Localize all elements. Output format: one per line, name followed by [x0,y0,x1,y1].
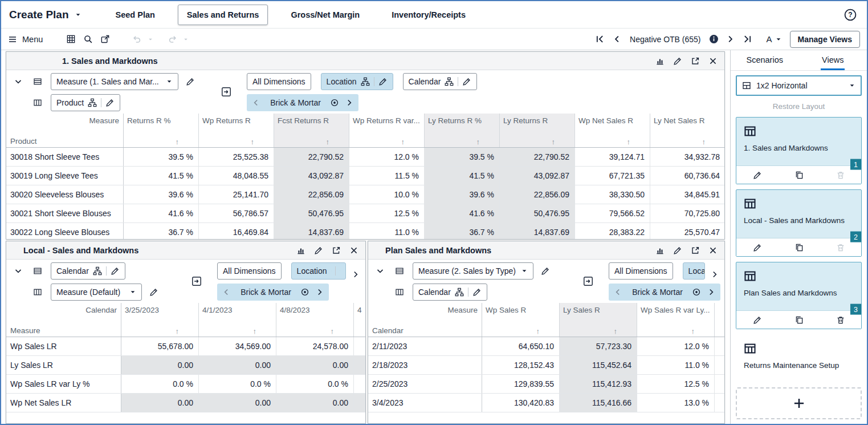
sort-ascending-icon[interactable]: ↑ [326,138,346,145]
columns-measure-dropdown[interactable]: Measure (Default) [51,284,142,301]
product-dimension-button[interactable]: Product [51,94,120,111]
table-cell[interactable]: 48,048.55 [199,167,274,185]
edit-view-button[interactable] [670,54,686,68]
table-cell[interactable]: 41.6 % [425,204,500,222]
table-cell[interactable]: 14,837.69 [500,223,575,239]
table-cell[interactable]: 0.00 [199,356,276,374]
table-cell[interactable]: 56,786.57 [199,204,274,222]
row-header[interactable]: 3/4/2023 [368,394,482,412]
table-cell[interactable]: 22,856.09 [500,185,575,204]
table-cell[interactable]: 12.5 % [349,204,425,222]
table-cell[interactable]: 0.00 [276,356,354,374]
target-icon[interactable] [330,98,339,107]
table-cell[interactable]: 11.5 % [349,167,425,185]
column-header[interactable]: Wp Sales R var Ly...↑ [637,303,715,337]
previous-alert-button[interactable] [608,31,625,48]
next-alert-button[interactable] [722,31,739,48]
table-cell[interactable]: 70,725.80 [650,204,724,222]
help-button[interactable] [842,6,859,23]
tab-scenarios[interactable]: Scenarios [731,50,799,70]
column-header[interactable]: Wp Net Sales R↑ [575,114,650,147]
table-cell[interactable]: 43,092.87 [500,167,575,185]
calendar-dimension-button[interactable]: Calendar [51,262,125,280]
close-view-button[interactable] [705,243,721,258]
sort-ascending-icon[interactable]: ↑ [253,327,273,335]
calendar-dimension-button[interactable]: Calendar [413,284,487,301]
column-header[interactable]: Wp Returns R↑ [199,114,274,147]
target-icon[interactable] [692,288,701,297]
table-cell[interactable]: 0.00 [121,356,199,374]
table-cell[interactable]: 16,469.84 [199,223,274,239]
table-cell[interactable] [354,375,365,393]
table-cell[interactable]: 67,721.35 [575,167,650,185]
row-header[interactable]: Wp Sales LR [6,337,121,355]
next-page-button[interactable] [344,96,354,109]
collapse-controls-button[interactable] [374,264,386,278]
column-header[interactable]: Fcst Returns R↑ [274,114,349,147]
sort-ascending-icon[interactable]: ↑ [476,138,496,145]
row-header[interactable]: 30018 Short Sleeve Tees [6,148,124,166]
collapse-controls-button[interactable] [12,264,25,278]
sort-ascending-icon[interactable]: ↑ [176,138,195,145]
table-cell[interactable]: 39.5 % [124,148,199,166]
table-cell[interactable]: 22,856.09 [274,185,349,204]
page-edge-icon[interactable] [582,276,594,287]
add-view-button[interactable] [736,387,862,419]
table-cell[interactable]: 60,736.64 [650,167,724,185]
table-cell[interactable]: 43,092.87 [274,167,349,185]
view-card-returns-maintenance-setup[interactable]: Returns Maintenance Setup [736,334,862,381]
sort-ascending-icon[interactable]: ↑ [176,327,195,335]
edit-view-button[interactable] [311,243,327,258]
close-view-button[interactable] [346,243,362,258]
plan-switcher[interactable]: Create Plan [9,9,81,21]
table-cell[interactable]: 0.0 % [199,375,276,393]
chart-view-button[interactable] [652,243,668,258]
table-cell[interactable]: 115,416.66 [560,394,637,412]
rows-measure-dropdown[interactable]: Measure (1. Sales and Mar... [51,73,178,90]
edit-measures-button[interactable] [538,264,553,278]
tab-views[interactable]: Views [799,50,867,70]
menu-button[interactable]: Menu [8,35,43,44]
column-header[interactable]: Wp Returns R var...↑ [349,114,425,147]
table-cell[interactable]: 115,452.64 [560,356,637,374]
table-cell[interactable]: 115,412.93 [560,375,637,393]
table-cell[interactable]: 12.0 % [637,337,715,355]
table-cell[interactable]: 14,837.69 [274,223,349,239]
row-header[interactable]: 2/25/2023 [368,375,482,393]
table-cell[interactable]: 50,476.95 [500,204,575,222]
manage-views-button[interactable]: Manage Views [790,31,860,48]
table-cell[interactable]: 36.7 % [425,223,500,239]
export-button[interactable] [96,31,113,48]
delete-view-button[interactable] [832,313,849,327]
table-cell[interactable]: 38,330.50 [575,185,650,204]
maximize-view-button[interactable] [687,54,703,68]
row-header[interactable]: 30019 Long Sleeve Tees [6,167,124,185]
column-header[interactable]: Ly Sales R↑ [560,303,637,337]
column-header[interactable]: 4/8/2023↑ [276,303,354,337]
table-cell[interactable]: 22,790.52 [274,148,349,166]
overflow-dimensions-button[interactable] [349,267,362,282]
row-header[interactable]: 30020 Sleeveless Blouses [6,185,124,204]
edit-view-button[interactable] [670,243,686,258]
tab-sales-and-returns[interactable]: Sales and Returns [178,5,268,25]
table-cell[interactable]: 0.00 [121,394,199,412]
table-cell[interactable]: 0.0 % [276,375,354,393]
table-cell[interactable]: 24,578.00 [276,337,354,355]
table-cell[interactable]: 12.0 % [349,148,425,166]
info-icon[interactable] [709,34,719,44]
row-header[interactable]: Wp Net Sales LR [6,394,121,412]
last-alert-button[interactable] [739,31,756,48]
row-header[interactable]: 30022 Long Sleeve Blouses [6,223,124,239]
table-cell[interactable]: 0.0 % [121,375,199,393]
page-edge-icon[interactable] [221,86,232,98]
duplicate-view-button[interactable] [790,168,808,183]
view-card-local-sales-and-markdowns[interactable]: Local - Sales and Markdowns 2 [736,189,862,257]
calendar-dimension-button[interactable]: Calendar [403,73,478,90]
sort-ascending-icon[interactable]: ↑ [614,327,634,335]
redo-button[interactable] [164,31,181,48]
sort-ascending-icon[interactable]: ↑ [691,327,711,335]
row-header[interactable]: 30021 Short Sleeve Blouses [6,204,124,222]
table-cell[interactable] [354,337,365,355]
table-cell[interactable]: 0.00 [276,394,354,412]
sort-ascending-icon[interactable]: ↑ [401,138,421,145]
